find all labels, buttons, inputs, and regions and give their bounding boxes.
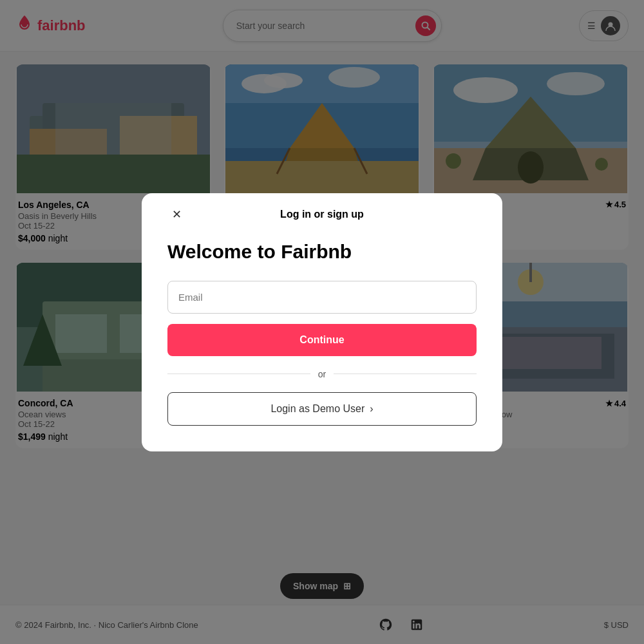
or-line-right bbox=[334, 374, 477, 374]
close-button[interactable]: ✕ bbox=[167, 205, 185, 223]
demo-login-button[interactable]: Login as Demo User › bbox=[167, 392, 477, 426]
or-divider: or bbox=[167, 369, 477, 379]
demo-label: Login as Demo User bbox=[270, 403, 365, 415]
or-text: or bbox=[318, 369, 326, 379]
login-modal: ✕ Log in or sign up Welcome to Fairbnb C… bbox=[142, 193, 502, 451]
modal-header: ✕ Log in or sign up bbox=[167, 209, 477, 220]
or-line-left bbox=[167, 374, 310, 374]
continue-label: Continue bbox=[299, 334, 344, 345]
modal-title: Log in or sign up bbox=[280, 209, 364, 220]
welcome-heading: Welcome to Fairbnb bbox=[167, 241, 477, 263]
email-input[interactable] bbox=[167, 281, 477, 314]
continue-button[interactable]: Continue bbox=[167, 324, 477, 356]
modal-overlay[interactable]: ✕ Log in or sign up Welcome to Fairbnb C… bbox=[0, 0, 644, 644]
chevron-right-icon: › bbox=[370, 403, 373, 415]
